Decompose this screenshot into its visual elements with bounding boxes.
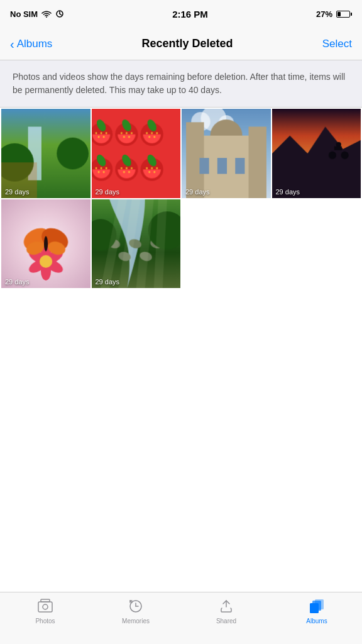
photo-item-4[interactable]: 29 days	[272, 109, 361, 198]
photo-item-1[interactable]: 29 days	[1, 109, 90, 198]
photo-days-2: 29 days	[96, 188, 120, 196]
photo-item-6[interactable]: 29 days	[92, 199, 181, 289]
tab-memories-label: Memories	[122, 618, 150, 625]
svg-rect-10	[315, 599, 324, 609]
photo-item-3[interactable]: 29 days	[182, 109, 271, 198]
svg-line-3	[60, 14, 62, 15]
svg-point-0	[46, 16, 47, 18]
photo-item-5[interactable]: 29 days	[1, 199, 90, 289]
photo-days-1: 29 days	[5, 188, 30, 196]
photo-days-4: 29 days	[276, 188, 300, 196]
status-time: 2:16 PM	[172, 9, 208, 19]
photo-days-6: 29 days	[96, 278, 120, 286]
svg-rect-5	[41, 599, 50, 602]
memories-icon	[127, 597, 145, 615]
back-button[interactable]: ‹ Albums	[10, 38, 52, 50]
tab-memories[interactable]: Memories	[90, 597, 181, 625]
tab-albums[interactable]: Albums	[272, 597, 362, 625]
tab-photos-label: Photos	[35, 618, 55, 625]
photos-icon	[36, 597, 54, 615]
tab-bar: Photos Memories Shared	[0, 592, 362, 644]
status-carrier: No SIM	[10, 9, 64, 19]
svg-rect-4	[38, 602, 52, 612]
tab-shared[interactable]: Shared	[181, 597, 272, 625]
nav-bar: ‹ Albums Recently Deleted Select	[0, 28, 362, 60]
photo-days-5: 29 days	[5, 278, 30, 286]
battery-icon	[336, 11, 352, 18]
back-label: Albums	[17, 38, 53, 50]
info-text: Photos and videos show the days remainin…	[13, 70, 349, 97]
status-bar: No SIM 2:16 PM 27%	[0, 0, 362, 28]
svg-point-6	[43, 604, 48, 609]
tab-albums-label: Albums	[306, 618, 327, 625]
photo-item-2[interactable]: 29 days	[92, 109, 181, 198]
photo-grid: 29 days 29 days 29 days 29 days 29 days …	[0, 108, 362, 289]
info-banner: Photos and videos show the days remainin…	[0, 60, 362, 108]
tab-photos[interactable]: Photos	[0, 597, 90, 625]
status-battery: 27%	[316, 9, 352, 19]
tab-shared-label: Shared	[216, 618, 236, 625]
chevron-left-icon: ‹	[10, 38, 14, 50]
signal-icon	[55, 9, 64, 18]
select-button[interactable]: Select	[322, 38, 352, 50]
shared-icon	[217, 597, 235, 615]
albums-icon	[308, 597, 326, 615]
page-title: Recently Deleted	[142, 37, 233, 50]
photo-days-3: 29 days	[185, 188, 210, 196]
wifi-icon	[41, 10, 52, 18]
empty-area	[0, 289, 362, 541]
